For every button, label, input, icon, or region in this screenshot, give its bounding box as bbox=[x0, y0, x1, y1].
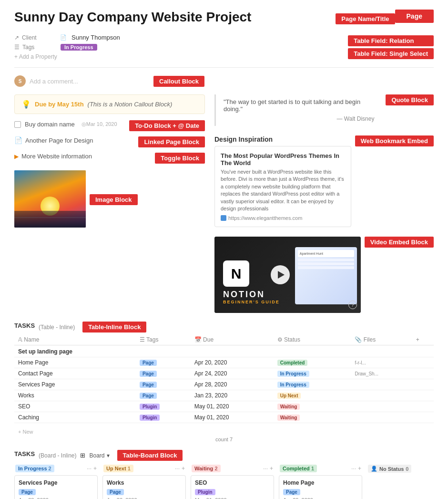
board-column-nostatus: 👤 No Status 0 ··· + bbox=[367, 465, 434, 499]
image-block bbox=[14, 170, 86, 228]
task-due: May 01, 2020 bbox=[191, 401, 274, 412]
plugin-tag: Plugin bbox=[140, 415, 160, 421]
col-actions[interactable]: ··· + bbox=[351, 465, 361, 472]
right-column: "The way to get started is to quit talki… bbox=[214, 94, 434, 318]
col-nostatus-label: 👤 No Status 0 bbox=[368, 465, 411, 473]
task-tags: Page bbox=[136, 357, 191, 368]
chevron-down-icon: ▾ bbox=[107, 452, 110, 459]
table-inline-section: TASKS (Table - Inline) Table-Inline Bloc… bbox=[14, 322, 434, 442]
quote-text: "The way to get started is to quit talki… bbox=[224, 98, 374, 113]
status-tag: Up Next bbox=[277, 393, 301, 399]
more-icon: ··· bbox=[263, 465, 268, 472]
two-column-layout: 💡 Due by May 15th (This is a Notion Call… bbox=[14, 94, 434, 318]
table-new-row[interactable]: + New bbox=[14, 427, 434, 437]
card-title: SEO bbox=[195, 479, 270, 486]
properties-section: ↗ Client 📄 Sunny Thompson ☰ Tags In Prog… bbox=[14, 32, 434, 62]
image-placeholder bbox=[14, 170, 86, 228]
board-section-sub: (Board - Inline) bbox=[39, 452, 76, 459]
status-tag: Completed bbox=[277, 360, 308, 366]
comment-row[interactable]: S Add a comment... bbox=[14, 72, 148, 91]
add-col-icon[interactable]: + bbox=[358, 465, 361, 472]
task-status bbox=[274, 345, 351, 357]
task-tags: Page bbox=[136, 368, 191, 379]
task-status: Waiting bbox=[274, 412, 351, 423]
task-due: Jan 23, 2020 bbox=[191, 390, 274, 401]
col-name: 𝔸 Name bbox=[14, 334, 136, 345]
todo-block: Buy domain name ◎Mar 10, 2020 bbox=[14, 119, 125, 130]
task-files bbox=[351, 345, 412, 357]
add-property[interactable]: + Add a Property bbox=[14, 52, 336, 62]
linked-page-text: Another Page for Design bbox=[25, 137, 93, 144]
col-completed-label: Completed 1 bbox=[280, 465, 317, 472]
card-date: Apr 20, 2020 bbox=[283, 497, 358, 499]
table-section-title: TASKS bbox=[14, 322, 35, 329]
board-container: In Progress 2 ··· + Services Page Page A… bbox=[14, 465, 434, 499]
table-inline-annotation: Table-Inline Block bbox=[82, 322, 146, 333]
toggle-text: More Website information bbox=[21, 153, 92, 160]
bookmark-favicon bbox=[221, 215, 226, 221]
page-tag: Page bbox=[140, 360, 157, 366]
task-status: Completed bbox=[274, 357, 351, 368]
task-due: May 01, 2020 bbox=[191, 412, 274, 423]
todo-checkbox[interactable] bbox=[14, 121, 21, 128]
toggle-annotation: Toggle Block bbox=[155, 153, 205, 164]
task-tags: Plugin bbox=[136, 401, 191, 412]
card-date: Jan 23, 2020 bbox=[107, 497, 182, 499]
col-actions[interactable]: ··· + bbox=[175, 465, 185, 472]
add-col-icon[interactable]: + bbox=[93, 465, 97, 472]
page-tag: Page bbox=[140, 382, 157, 388]
bookmark-block[interactable]: The Most Popular WordPress Themes In The… bbox=[214, 146, 351, 227]
table-row: Set up landing page bbox=[14, 345, 434, 357]
task-name: Set up landing page bbox=[14, 345, 136, 357]
board-col-header: In Progress 2 ··· + bbox=[14, 465, 98, 472]
video-block[interactable]: ▶ Your First Day with Notion | A Beginne… bbox=[214, 237, 361, 313]
board-view-icon: ⊞ bbox=[80, 452, 85, 459]
play-button[interactable] bbox=[271, 265, 290, 284]
image-annotation: Image Block bbox=[90, 194, 138, 205]
page-tag: Page bbox=[140, 393, 157, 399]
col-tags: ☰ Tags bbox=[136, 334, 191, 345]
board-card[interactable]: Home Page Page Apr 20, 2020 f-... bbox=[279, 475, 362, 499]
video-thumbnail: N NOTION BEGINNER'S GUIDE Apartment Hunt bbox=[214, 237, 361, 313]
task-due: Apr 28, 2020 bbox=[191, 379, 274, 390]
task-tags: Page bbox=[136, 390, 191, 401]
tags-icon: ☰ bbox=[14, 44, 20, 51]
page-button[interactable]: Page bbox=[395, 10, 434, 23]
add-col-icon[interactable]: + bbox=[270, 465, 273, 472]
in-progress-tag[interactable]: In Progress bbox=[61, 44, 97, 51]
notion-n-logo: N bbox=[223, 260, 249, 287]
board-card[interactable]: Services Page Page Apr 28, 2020 bbox=[14, 475, 98, 499]
board-card[interactable]: SEO Plugin May 01, 2020 bbox=[191, 475, 274, 499]
col-actions[interactable]: ··· + bbox=[87, 465, 97, 472]
callout-annotation: Callout Block bbox=[153, 76, 204, 87]
bookmark-url: https://www.elegantthemes.com bbox=[221, 215, 345, 221]
col-upnext-label: Up Next 1 bbox=[103, 465, 133, 472]
client-value[interactable]: 📄 Sunny Thompson bbox=[60, 34, 120, 41]
board-col-header: Completed 1 ··· + bbox=[279, 465, 362, 472]
col-files: 📎 Files bbox=[351, 334, 412, 345]
more-icon: ··· bbox=[87, 465, 92, 472]
page-header: Sunny Day Company Website Project Page N… bbox=[14, 10, 434, 25]
board-view-button[interactable]: Board ▾ bbox=[89, 452, 109, 459]
task-tags: Plugin bbox=[136, 412, 191, 423]
col-add[interactable]: + bbox=[412, 334, 434, 345]
col-actions[interactable]: ··· + bbox=[263, 465, 273, 472]
task-status: Up Next bbox=[274, 390, 351, 401]
status-tag: In Progress bbox=[277, 371, 309, 377]
board-card[interactable]: Works Page Jan 23, 2020 bbox=[102, 475, 186, 499]
todo-text: Buy domain name bbox=[25, 121, 75, 128]
linked-page-block[interactable]: 📄 Another Page for Design bbox=[14, 135, 134, 146]
add-col-icon[interactable]: + bbox=[182, 465, 185, 472]
card-title: Services Page bbox=[19, 479, 93, 486]
page-icon-small: 📄 bbox=[60, 34, 67, 41]
tags-value[interactable]: In Progress bbox=[61, 44, 97, 51]
bookmark-annotation: Web Bookmark Embed bbox=[355, 135, 434, 146]
board-column-upnext: Up Next 1 ··· + Works Page Jan 23, 2020 … bbox=[102, 465, 186, 499]
card-title: Home Page bbox=[283, 479, 358, 486]
avatar: S bbox=[14, 75, 26, 87]
video-annotation: Video Embed Block bbox=[365, 237, 434, 248]
bookmark-title: The Most Popular WordPress Themes In The… bbox=[221, 152, 345, 166]
toggle-block[interactable]: ▶ More Website information bbox=[14, 151, 151, 162]
table-row: SEO Plugin May 01, 2020 Waiting bbox=[14, 401, 434, 412]
table-section-sub: (Table - Inline) bbox=[39, 324, 75, 331]
